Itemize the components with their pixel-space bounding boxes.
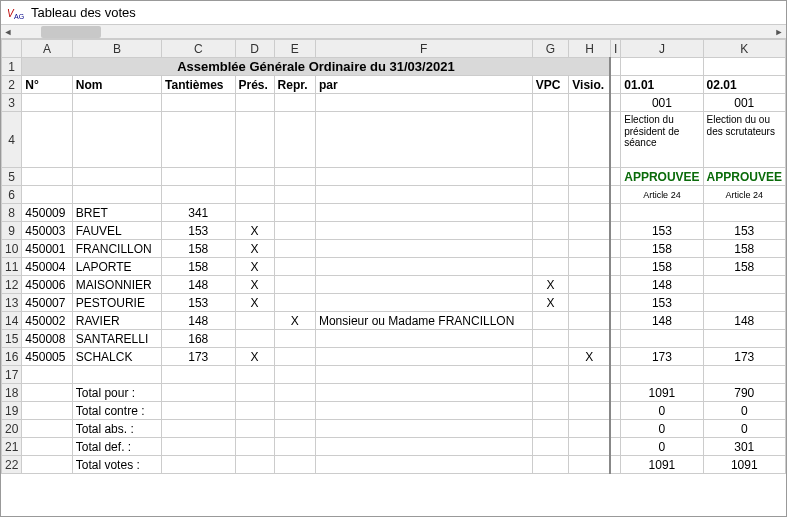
cell-pres[interactable]: X [235,294,274,312]
cell[interactable] [703,366,785,384]
cell-pres[interactable]: X [235,240,274,258]
cell-numero[interactable]: 450006 [22,276,72,294]
cell[interactable] [569,112,611,168]
cell[interactable] [72,168,161,186]
total-value[interactable]: 301 [703,438,785,456]
cell-repr[interactable]: X [274,312,315,330]
cell-visio[interactable] [569,204,611,222]
cell-nom[interactable]: LAPORTE [72,258,161,276]
cell[interactable] [315,438,532,456]
cell[interactable] [315,168,532,186]
cell[interactable] [274,94,315,112]
cell[interactable] [274,402,315,420]
cell-pres[interactable]: X [235,258,274,276]
total-value[interactable]: 1091 [621,384,703,402]
cell-vpc[interactable] [532,240,569,258]
cell[interactable] [235,384,274,402]
cell-nom[interactable]: BRET [72,204,161,222]
cell-par[interactable] [315,240,532,258]
row-header[interactable]: 3 [2,94,22,112]
row-header[interactable]: 15 [2,330,22,348]
cell[interactable] [569,168,611,186]
cell-visio[interactable]: X [569,348,611,366]
cell-vote[interactable] [621,330,703,348]
total-label[interactable]: Total def. : [72,438,161,456]
cell-pres[interactable] [235,312,274,330]
cell[interactable] [315,94,532,112]
cell[interactable] [610,204,620,222]
cell-nom[interactable]: FAUVEL [72,222,161,240]
row-header[interactable]: 22 [2,456,22,474]
assembly-title[interactable]: Assemblée Générale Ordinaire du 31/03/20… [22,58,611,76]
row-header[interactable]: 17 [2,366,22,384]
cell-vote[interactable]: 158 [703,258,785,276]
row-header[interactable]: 1 [2,58,22,76]
cell[interactable] [532,168,569,186]
cell[interactable] [703,58,785,76]
cell[interactable] [315,112,532,168]
cell[interactable] [610,402,620,420]
cell[interactable] [22,366,72,384]
cell[interactable] [569,94,611,112]
cell[interactable] [162,366,235,384]
cell-vote[interactable]: 158 [621,240,703,258]
cell-vote[interactable]: 148 [621,312,703,330]
cell[interactable] [610,420,620,438]
row-header[interactable]: 8 [2,204,22,222]
cell[interactable] [22,168,72,186]
status-badge[interactable]: APPROUVEE [621,168,703,186]
cell-tantiemes[interactable]: 173 [162,348,235,366]
cell-pres[interactable]: X [235,222,274,240]
total-value[interactable]: 0 [621,438,703,456]
cell-visio[interactable] [569,222,611,240]
cell-vpc[interactable] [532,222,569,240]
cell[interactable] [610,330,620,348]
col-header[interactable]: C [162,40,235,58]
cell[interactable] [532,366,569,384]
cell[interactable] [235,94,274,112]
total-value[interactable]: 790 [703,384,785,402]
cell[interactable] [22,94,72,112]
cell[interactable] [621,366,703,384]
cell[interactable] [235,112,274,168]
cell-numero[interactable]: 450007 [22,294,72,312]
cell-pres[interactable]: X [235,348,274,366]
cell-numero[interactable]: 450004 [22,258,72,276]
cell-vpc[interactable] [532,312,569,330]
col-header[interactable]: D [235,40,274,58]
total-value[interactable]: 0 [621,402,703,420]
cell-vote[interactable] [621,204,703,222]
cell[interactable] [610,438,620,456]
cell[interactable] [162,112,235,168]
cell-vote[interactable]: 153 [621,222,703,240]
cell-vpc[interactable]: X [532,294,569,312]
cell-vpc[interactable]: X [532,276,569,294]
cell-vote[interactable] [703,294,785,312]
hdr-res-0101[interactable]: 01.01 [621,76,703,94]
cell[interactable] [22,186,72,204]
cell[interactable] [235,168,274,186]
cell[interactable] [610,222,620,240]
cell[interactable] [274,366,315,384]
cell-vpc[interactable] [532,258,569,276]
cell-tantiemes[interactable]: 148 [162,312,235,330]
cell-nom[interactable]: SANTARELLI [72,330,161,348]
row-header[interactable]: 6 [2,186,22,204]
cell-numero[interactable]: 450009 [22,204,72,222]
col-header[interactable]: E [274,40,315,58]
cell-visio[interactable] [569,330,611,348]
cell[interactable] [610,312,620,330]
cell-par[interactable] [315,294,532,312]
cell[interactable] [22,420,72,438]
cell-numero[interactable]: 450008 [22,330,72,348]
cell-tantiemes[interactable]: 148 [162,276,235,294]
total-value[interactable]: 1091 [703,456,785,474]
cell-repr[interactable] [274,222,315,240]
spreadsheet-grid[interactable]: A B C D E F G H I J K 1Assemblée Général… [1,39,786,516]
cell-visio[interactable] [569,258,611,276]
cell-nom[interactable]: FRANCILLON [72,240,161,258]
cell[interactable] [610,58,620,76]
cell-par[interactable] [315,276,532,294]
row-header[interactable]: 10 [2,240,22,258]
cell-pres[interactable] [235,204,274,222]
